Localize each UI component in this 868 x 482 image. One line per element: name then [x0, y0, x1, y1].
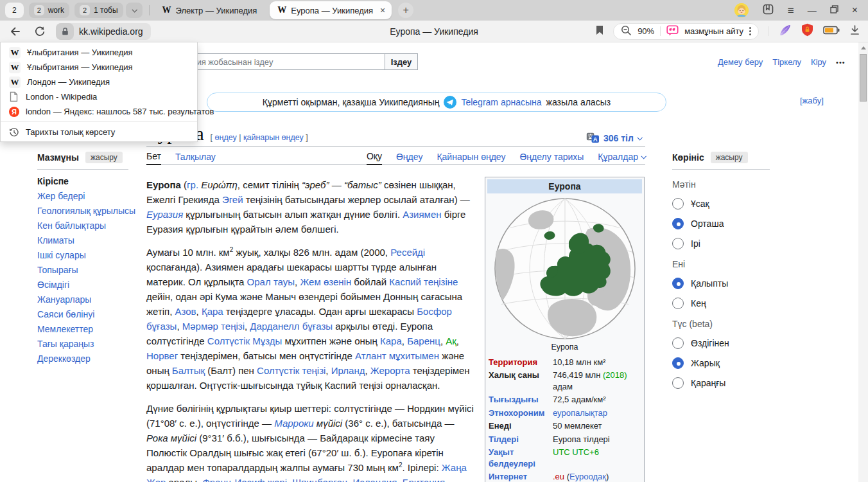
row-label[interactable]: Территория [489, 357, 553, 368]
telegram-channel-link[interactable]: Telegram арнасына [461, 97, 541, 107]
tab-edit-source[interactable]: Қайнарын өңдеу [437, 152, 505, 165]
title-edit-links[interactable]: [ өңдеу | қайнарын өңдеу ] [211, 133, 308, 142]
radio-icon[interactable] [672, 298, 684, 309]
tab-groups-expand-button[interactable] [126, 3, 143, 18]
address-bar[interactable]: kk.wikipedia.org [56, 23, 151, 40]
infobox-title: Еуропа [487, 179, 642, 193]
zoom-out-icon[interactable] [621, 25, 632, 38]
tab-title: Электр — Уикипедия [176, 6, 257, 15]
side-panels-icon[interactable] [762, 3, 774, 18]
url-text: kk.wikipedia.org [79, 26, 143, 37]
tab-europe-wikipedia-active[interactable]: W Еуропа — Уикипедия × [270, 1, 392, 19]
reload-button[interactable] [34, 26, 46, 37]
toc-item[interactable]: Ішкі сулары [37, 250, 128, 260]
suggestion-item[interactable]: W Ұлыбритания — Уикипедия [1, 45, 197, 60]
toc-item[interactable]: Топырағы [37, 265, 128, 275]
new-tab-button[interactable]: + [398, 3, 413, 18]
radio-option-text-medium[interactable]: Орташа [672, 218, 770, 229]
profile-avatar[interactable] [734, 3, 749, 17]
login-link[interactable]: Кіру [811, 57, 826, 67]
show-full-history-item[interactable]: Тарихты толық көрсету [1, 125, 197, 139]
wiki-search-button[interactable]: Іздеу [385, 53, 418, 70]
row-label[interactable]: Уақыт белдеулері [489, 447, 553, 469]
toc-item[interactable]: Климаты [37, 235, 128, 245]
toc-item[interactable]: Кен байлықтары [37, 220, 128, 231]
toc-hide-button[interactable]: жасыру [85, 152, 123, 163]
toc-item[interactable]: Дереккөздер [37, 353, 128, 364]
window-close-icon[interactable]: × [852, 5, 858, 15]
row-label[interactable]: Интернет үйшігі [489, 471, 553, 482]
yandex-pen-extension-icon[interactable] [779, 24, 792, 39]
suggestion-item[interactable]: Я london — Яндекс: нашлось 587 тыс. резу… [1, 104, 197, 119]
secure-connection-button[interactable] [56, 23, 74, 40]
radio-selected-icon[interactable] [672, 218, 684, 229]
row-value[interactable]: UTC UTC+6 [553, 447, 641, 458]
suggestion-item[interactable]: W Ұлыбритания — Уикипедия [1, 60, 197, 75]
suggestion-item[interactable]: W Лондон — Уикипедия [1, 75, 197, 89]
toc-item[interactable]: Өсімдігі [37, 280, 128, 290]
back-button[interactable] [9, 26, 21, 37]
infobox-row: Уақыт белдеулеріUTC UTC+6 [487, 446, 642, 470]
row-label[interactable]: Тілдері [489, 434, 553, 445]
appearance-hide-button[interactable]: жасыру [711, 152, 748, 163]
downloads-icon[interactable] [849, 24, 860, 38]
radio-icon[interactable] [672, 198, 684, 210]
window-minimize-icon[interactable]: — [808, 6, 817, 15]
radio-option-color-auto[interactable]: Өздігінен [672, 337, 770, 349]
radio-icon[interactable] [672, 238, 684, 249]
radio-option-color-light[interactable]: Жарық [672, 357, 770, 369]
tab-article[interactable]: Бет [146, 151, 161, 165]
tab-tools[interactable]: Құралдар [598, 152, 645, 165]
pill-more-options-icon[interactable] [749, 27, 751, 35]
tab-read[interactable]: Оқу [367, 151, 382, 165]
toc-item[interactable]: Тағы қараңыз [37, 339, 128, 349]
scroll-up-arrow-icon[interactable] [861, 46, 866, 49]
radio-option-width-wide[interactable]: Кең [672, 298, 770, 309]
radio-option-color-dark[interactable]: Қараңғы [672, 377, 770, 389]
tab-group-collapsed[interactable]: 2 [5, 3, 24, 18]
tab-electr-wikipedia[interactable]: W Электр — Уикипедия [156, 0, 264, 21]
page-scrollbar[interactable] [858, 42, 868, 482]
row-value[interactable]: .eu (Еуроодақ).su (Посткеңестік [553, 471, 641, 482]
protect-shield-icon[interactable] [801, 23, 813, 39]
row-label[interactable]: Тығыздығы [489, 394, 553, 406]
divider [149, 5, 150, 15]
banner-close-link[interactable]: [жабу] [800, 96, 824, 105]
read-aloud-icon[interactable] [666, 25, 679, 38]
tab-close-icon[interactable]: × [380, 5, 385, 15]
suggestion-text: Ұлыбритания — Уикипедия [27, 48, 133, 57]
toc-item[interactable]: Мемлекеттер [37, 324, 128, 334]
tab-edit[interactable]: Өңдеу [396, 152, 422, 165]
battery-icon[interactable] [823, 26, 840, 37]
radio-option-text-small[interactable]: Ұсақ [672, 198, 770, 210]
tab-talk[interactable]: Талқылау [175, 152, 216, 165]
bookmark-flag-icon[interactable] [596, 25, 603, 38]
radio-option-text-large[interactable]: Ірі [672, 238, 770, 249]
suggestion-item[interactable]: London - Wikipedia [1, 89, 197, 104]
row-value[interactable]: еуропалықтар [553, 407, 641, 419]
radio-option-width-standard[interactable]: Қалыпты [672, 278, 770, 289]
tab-group-1-toby[interactable]: 2 1 тобы [74, 3, 123, 18]
register-link[interactable]: Тіркелу [772, 57, 801, 67]
read-aloud-label[interactable]: мазмұнын айту [684, 26, 743, 36]
appearance-heading: Көрініс [672, 152, 704, 163]
radio-icon[interactable] [672, 337, 684, 349]
toc-item-intro[interactable]: Кіріспе [37, 176, 128, 186]
radio-selected-icon[interactable] [672, 357, 684, 369]
row-label[interactable]: Этнохороним [489, 407, 553, 419]
radio-selected-icon[interactable] [672, 278, 684, 289]
zoom-level[interactable]: 90% [638, 26, 654, 36]
more-options-icon[interactable]: ••• [836, 58, 846, 66]
scrollbar-thumb[interactable] [860, 54, 867, 102]
toc-item[interactable]: Жануарлары [37, 294, 128, 305]
language-selector[interactable]: A 306 тіл [586, 132, 641, 143]
radio-icon[interactable] [672, 377, 684, 389]
toc-item[interactable]: Жер бедері [37, 191, 128, 201]
toc-item[interactable]: Саяси бөлінуі [37, 309, 128, 319]
donate-link[interactable]: Демеу беру [718, 57, 763, 67]
window-restore-icon[interactable] [830, 4, 838, 16]
tab-history[interactable]: Өңделу тарихы [519, 152, 584, 165]
browser-menu-icon[interactable]: ≡ [788, 5, 794, 16]
tab-group-work[interactable]: 2 work [29, 3, 69, 18]
toc-item[interactable]: Геологиялық құрылысы [37, 206, 128, 216]
